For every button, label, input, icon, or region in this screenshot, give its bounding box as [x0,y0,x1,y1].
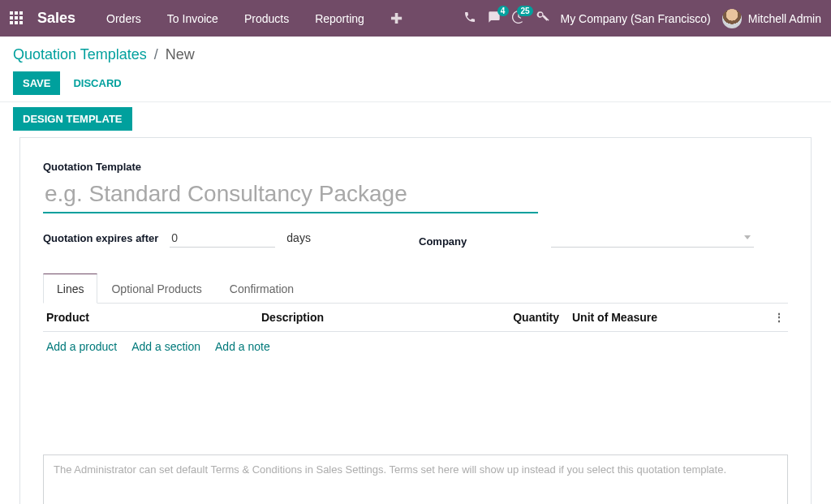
expires-unit: days [286,231,311,244]
company-dropdown[interactable] [551,228,754,248]
user-menu[interactable]: Mitchell Admin [722,9,821,28]
topbar: Sales Orders To Invoice Products Reporti… [0,0,831,37]
username: Mitchell Admin [748,12,821,25]
avatar [722,9,742,28]
messages-badge: 4 [497,6,509,16]
breadcrumb-current: New [166,46,195,62]
expires-after-input[interactable] [170,229,275,248]
quotation-template-label: Quotation Template [43,161,788,173]
add-note-link[interactable]: Add a note [215,340,270,353]
form-sheet: Quotation Template Quotation expires aft… [19,137,812,504]
tab-lines[interactable]: Lines [43,274,97,304]
quotation-template-name-input[interactable] [43,176,538,213]
col-header-product: Product [46,311,261,324]
phone-icon[interactable] [463,11,476,26]
expires-after-label: Quotation expires after [43,232,158,244]
terms-conditions-textarea[interactable]: The Administrator can set default Terms … [43,454,788,504]
nav-orders[interactable]: Orders [97,0,151,37]
company-label: Company [419,235,467,248]
activities-badge: 25 [517,6,532,16]
nav-products[interactable]: Products [235,0,299,37]
nav-to-invoice[interactable]: To Invoice [157,0,228,37]
breadcrumb: Quotation Templates / New [13,46,818,63]
col-header-description: Description [261,311,502,324]
table-options-kebab-icon[interactable]: ⋮ [770,311,785,324]
apps-launcher-icon[interactable] [10,11,24,26]
tab-optional-products[interactable]: Optional Products [97,274,215,304]
activities-icon[interactable]: 25 [512,11,525,26]
company-selector[interactable]: My Company (San Francisco) [561,12,711,25]
nav-reporting[interactable]: Reporting [305,0,374,37]
add-product-link[interactable]: Add a product [46,340,117,353]
plus-icon[interactable]: ✚ [381,10,412,28]
debug-tools-icon[interactable] [536,11,549,26]
messages-icon[interactable]: 4 [488,11,501,26]
discard-button[interactable]: DISCARD [73,77,121,89]
col-header-quantity: Quantity [502,311,559,324]
design-template-button[interactable]: DESIGN TEMPLATE [13,107,132,131]
main-scroll[interactable]: Quotation Templates / New SAVE DISCARD D… [0,37,831,504]
save-button[interactable]: SAVE [13,71,60,95]
app-brand[interactable]: Sales [37,10,75,27]
breadcrumb-parent[interactable]: Quotation Templates [13,46,147,62]
breadcrumb-separator: / [154,46,158,62]
add-section-link[interactable]: Add a section [131,340,200,353]
col-header-uom: Unit of Measure [559,311,762,324]
tab-confirmation[interactable]: Confirmation [216,274,308,304]
chevron-down-icon [744,235,751,239]
